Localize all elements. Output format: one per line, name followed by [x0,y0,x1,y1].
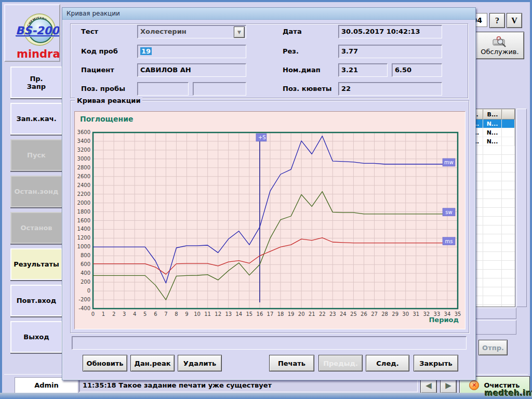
fields-groupbox: Тест Холестерин ▼ Дата 30.05.2017 10:42:… [70,23,468,98]
svg-text:19: 19 [288,311,295,317]
svg-text:14: 14 [235,311,242,317]
svg-text:1800: 1800 [77,209,90,215]
sidebar-item-exit[interactable]: Выход [10,321,62,353]
sidebar-item-start[interactable]: Пуск [10,139,62,171]
sidebar-item-qc-request[interactable]: Зап.к.кач. [10,103,62,135]
reaction-data-button[interactable]: Дан.реак [130,355,175,371]
svg-text:26: 26 [361,311,367,317]
sample-pos-field-2[interactable] [193,82,246,96]
table-row-selected[interactable]: ... N... [469,119,515,128]
patient-field[interactable]: САВИЛОВ АН [137,63,246,77]
print-button[interactable]: Печать [269,355,314,371]
clear-x-icon: ✕ [469,380,479,390]
svg-text:-400: -400 [78,305,90,311]
arrow-left-icon: ◀ [425,381,432,390]
svg-text:2: 2 [112,311,115,317]
svg-text:2000: 2000 [77,200,90,206]
range-low-field[interactable]: 3.21 [338,63,388,77]
test-label: Тест [81,25,98,38]
cuvette-field[interactable]: 22 [338,82,442,96]
svg-text:3: 3 [123,311,126,317]
svg-text:28: 28 [381,311,388,317]
column-header[interactable] [502,109,515,119]
svg-text:2800: 2800 [77,165,90,170]
svg-text:sw: sw [445,209,452,215]
svg-text:17: 17 [267,311,274,317]
chart-y-title: Поглощение [80,115,133,123]
previous-button[interactable]: Предыд. [318,355,363,371]
delete-button[interactable]: Удалить [178,355,222,371]
send-button[interactable]: Отпр. [478,340,508,355]
logo-maker-text: mindray [17,48,60,60]
svg-text:0: 0 [91,311,95,317]
sidebar-item-stop-probe[interactable]: Остан.зонд [10,176,62,207]
clear-button-label: Очистить [484,381,520,389]
service-button-label: Обслужив. [481,48,518,56]
next-button[interactable]: След. [366,355,409,371]
svg-text:mw: mw [444,159,454,165]
chart-plot-area: -400-20002004006008001000120014001600180… [75,112,465,329]
chart-x-title: Период [429,316,459,324]
svg-text:21: 21 [309,311,315,317]
svg-text:0: 0 [87,288,90,294]
svg-text:23: 23 [329,311,336,317]
svg-text:400: 400 [81,270,90,276]
watermark: medteh.info [485,389,532,398]
sidebar-item-sample-request[interactable]: Пр. Запр [10,66,62,98]
range-high-field[interactable]: 6.50 [392,63,442,77]
range-label: Ном.диап [283,63,321,77]
svg-text:1600: 1600 [77,218,90,223]
results-table-header: .. В... [469,109,515,119]
svg-text:9: 9 [185,311,188,317]
sample-code-label: Код проб [81,45,118,58]
date-field[interactable]: 30.05.2017 10:42:13 [338,25,442,38]
svg-text:1200: 1200 [77,235,90,241]
table-row[interactable]: ... N... [469,128,515,137]
svg-text:20: 20 [298,311,305,317]
svg-text:12: 12 [215,311,221,317]
svg-text:3200: 3200 [77,147,90,153]
window-frame-bottom [0,393,532,399]
svg-text:+S: +S [258,135,266,140]
svg-text:5: 5 [143,311,147,317]
svg-text:1400: 1400 [77,226,90,232]
svg-text:15: 15 [246,311,252,317]
table-row[interactable]: ... N... [469,137,515,146]
table-scrollbar[interactable] [516,109,527,307]
refresh-button[interactable]: Обновить [83,355,127,371]
close-button[interactable]: Закрыть [414,355,458,371]
brand-logo: CHEMISTRY ANALYZER BS-200E mindray [4,4,60,62]
svg-text:3000: 3000 [77,156,90,162]
table-empty-rows [469,146,515,307]
svg-text:29: 29 [392,311,398,317]
patient-label: Пациент [81,63,114,77]
service-disk-icon [491,35,508,48]
svg-text:3600: 3600 [77,129,90,135]
cuvette-label: Поз. кюветы [283,82,332,96]
svg-text:25: 25 [350,311,357,317]
result-field[interactable]: 3.77 [338,45,442,58]
sidebar-item-results[interactable]: Результаты [10,248,62,280]
svg-text:22: 22 [319,311,326,317]
svg-text:800: 800 [81,252,90,258]
help-button[interactable]: ? [489,13,505,28]
service-button[interactable]: Обслужив. [475,32,524,59]
column-header[interactable]: В... [483,109,502,119]
svg-text:2600: 2600 [77,174,90,179]
sidebar-item-halt[interactable]: Останов [10,212,62,244]
sample-pos-field-1[interactable] [137,82,189,96]
sample-pos-label: Поз. пробы [81,82,125,96]
svg-text:31: 31 [413,311,419,317]
svg-text:13: 13 [225,311,232,317]
dialog-titlebar[interactable]: Кривая реакции [62,8,475,20]
svg-text:3400: 3400 [77,138,90,144]
svg-text:-200: -200 [78,297,90,302]
svg-text:30: 30 [402,311,409,317]
svg-text:8: 8 [175,311,178,317]
sidebar-item-relogin[interactable]: Повт.вход [10,285,62,316]
test-combobox[interactable]: Холестерин ▼ [137,25,246,38]
sample-code-field[interactable]: 19 [137,45,246,58]
note-field[interactable] [72,336,467,350]
confirm-button[interactable]: V [507,13,522,28]
chevron-down-icon[interactable]: ▼ [234,26,245,38]
